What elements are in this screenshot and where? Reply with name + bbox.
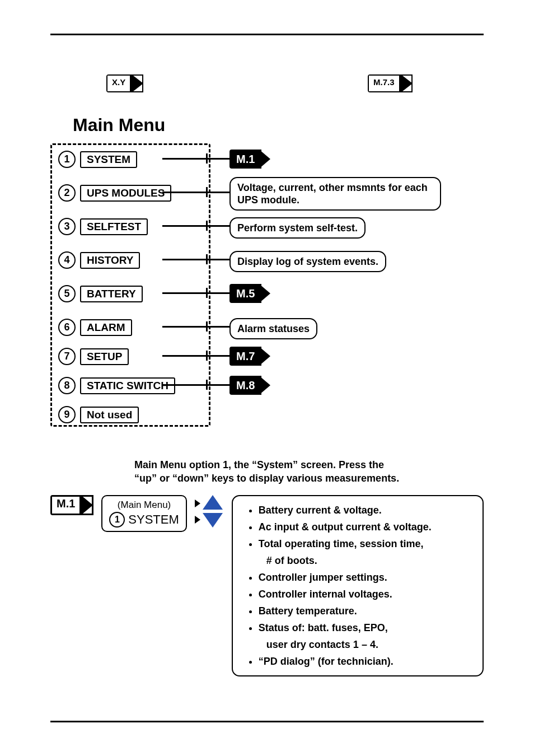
arrow-right-icon [195,500,200,507]
menu-item-target-label: M.7 [231,349,260,363]
menu-item-number: 3 [58,218,76,235]
system-ref-tag: M.1 [50,495,93,515]
menu-item-label[interactable]: HISTORY [80,252,140,269]
menu-item-number: 8 [58,377,76,394]
menu-item: 1SYSTEM [58,151,137,168]
menu-item-label[interactable]: UPS MODULES [80,185,171,202]
menu-item-target: M.8 [229,376,261,395]
menu-item-target: M.7 [229,347,261,366]
legend-sample-tag: M.7.3 [368,74,413,92]
menu-item-number: 1 [58,151,76,168]
menu-item: 2UPS MODULES [58,184,171,202]
menu-item: 7SETUP [58,348,129,365]
menu-item-desc: Perform system self-test. [229,217,366,239]
system-panel-title: Main Menu option 1, the “System” screen.… [134,458,484,485]
rule-top [50,34,484,35]
bullet-item: Battery current & voltage. [259,502,472,519]
menu-item-label[interactable]: SYSTEM [80,151,137,168]
menu-item-desc: Voltage, current, other msmnts for each … [229,177,441,211]
system-title-line2: “up” or “down” keys to display various m… [134,473,399,484]
legend-row: X.Y M.7.3 [50,74,484,92]
bullet-continuation: user dry contacts 1 – 4. [259,636,472,653]
connector-line [162,384,229,386]
menu-item-desc: Display log of system events. [229,251,386,272]
bullet-item: “PD dialog” (for technician). [259,653,472,670]
connector-tick [206,254,208,264]
menu-item-number: 2 [58,184,76,202]
menu-item: 5BATTERY [58,285,143,302]
menu-item-label[interactable]: Not used [80,407,139,423]
menu-item-label[interactable]: ALARM [80,319,132,336]
menu-item-target-label: M.8 [231,378,260,393]
menu-item: 4HISTORY [58,251,140,269]
menu-item-target: M.5 [229,284,261,303]
bullet-item: Battery temperature. [259,603,472,619]
menu-item: 8STATIC SWITCH [58,377,175,394]
arrow-right-icon [83,497,93,514]
menu-item-number: 4 [58,251,76,269]
connector-tick [206,321,208,332]
bullet-item: Controller jumper settings. [259,569,472,586]
connector-tick [206,187,208,197]
connector-line [162,225,229,227]
arrow-right-icon [195,516,200,524]
connector-tick [206,380,208,390]
menu-item-number: 7 [58,348,76,365]
menu-item: 3SELFTEST [58,218,148,235]
menu-item: 6ALARM [58,319,132,336]
menu-item-number: 5 [58,285,76,302]
bullet-item: Ac input & output current & voltage. [259,519,472,535]
menu-item-desc: Alarm statuses [229,318,317,339]
menu-item-label[interactable]: SELFTEST [80,218,148,235]
menu-item-number: 6 [58,319,76,336]
up-down-arrows [193,495,223,528]
connector-line [162,355,229,357]
menu-item-target-label: M.1 [231,152,260,166]
bullet-item: Controller internal voltages. [259,586,472,603]
connector-tick [206,351,208,361]
system-ref-tag-label: M.1 [52,497,79,514]
connector-line [162,158,229,160]
system-ref-num: 1 [109,512,125,528]
menu-item-label[interactable]: STATIC SWITCH [80,377,175,394]
system-title-line1: Main Menu option 1, the “System” screen.… [134,459,384,470]
legend-sample-label: M.7.3 [369,76,399,91]
page: X.Y M.7.3 Main Menu 1SYSTEMM.12UPS MODUL… [0,0,534,756]
connector-tick [206,221,208,231]
main-menu-title: Main Menu [73,115,484,136]
bullet-item: Status of: batt. fuses, EPO,user dry con… [259,619,472,653]
menu-item-label[interactable]: BATTERY [80,286,143,302]
arrow-right-icon [133,76,143,91]
connector-line [162,259,229,260]
connector-tick [206,288,208,298]
menu-item-label[interactable]: SETUP [80,348,129,365]
arrow-right-icon [402,76,413,91]
bullet-continuation: # of boots. [259,552,472,569]
arrow-down-icon [203,513,223,528]
connector-line [162,292,229,294]
connector-line [162,192,229,193]
system-bullet-list: Battery current & voltage.Ac input & out… [249,502,472,670]
system-ref-label: SYSTEM [128,512,179,527]
system-bullets: Battery current & voltage.Ac input & out… [232,495,484,676]
menu-item: 9Not used [58,406,139,423]
legend-xy-tag: X.Y [106,74,143,92]
menu-diagram: 1SYSTEMM.12UPS MODULESVoltage, current, … [50,139,484,436]
connector-line [162,326,229,328]
system-ref-box: (Main Menu) 1 SYSTEM [101,495,186,532]
bullet-item: Total operating time, session time,# of … [259,535,472,569]
arrow-up-icon [203,495,223,510]
connector-tick [206,153,208,164]
menu-item-target: M.1 [229,150,261,169]
legend-xy-label: X.Y [107,76,130,91]
menu-item-target-label: M.5 [231,286,260,301]
menu-item-number: 9 [58,406,76,423]
system-ref-caption: (Main Menu) [109,500,179,511]
system-panel: M.1 (Main Menu) 1 SYSTEM Battery current… [50,495,484,676]
rule-bottom [50,721,484,722]
